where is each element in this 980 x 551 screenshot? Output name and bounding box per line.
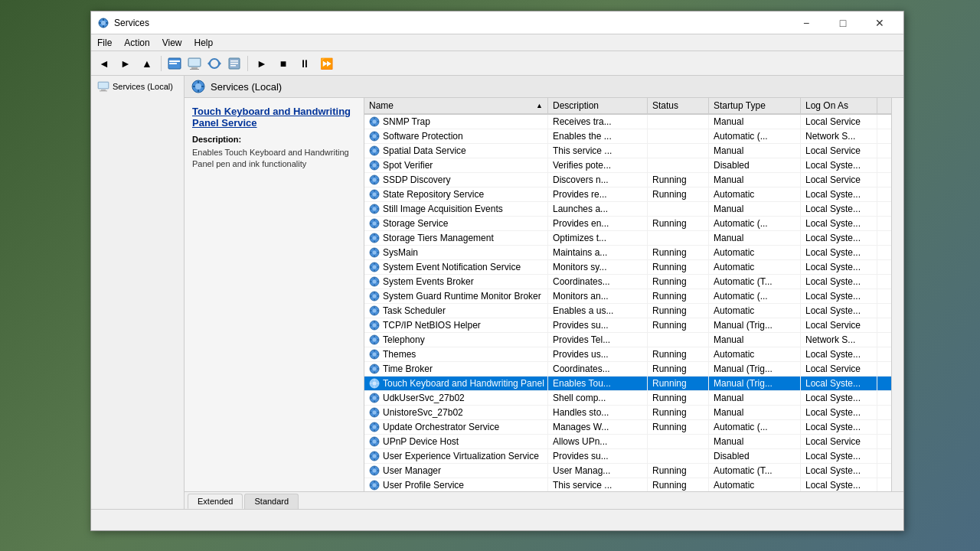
table-row[interactable]: Spatial Data ServiceThis service ...Manu… xyxy=(364,144,891,158)
svg-rect-94 xyxy=(377,266,379,267)
table-row[interactable]: SysMainMaintains a...RunningAutomaticLoc… xyxy=(364,246,891,260)
svg-rect-85 xyxy=(374,249,374,250)
table-row[interactable]: TCP/IP NetBIOS HelperProvides su...Runni… xyxy=(364,318,891,333)
table-row[interactable]: Update Orchestrator ServiceManages W...R… xyxy=(364,420,891,435)
service-icon xyxy=(369,291,380,302)
svg-rect-73 xyxy=(374,220,374,221)
menu-file[interactable]: File xyxy=(91,34,118,51)
back-button[interactable]: ◄ xyxy=(94,54,114,73)
table-row[interactable]: TelephonyProvides Tel...ManualNetwork S.… xyxy=(364,333,891,347)
export-button[interactable] xyxy=(225,54,243,73)
table-row[interactable]: UnistoreSvc_27b02Handles sto...RunningMa… xyxy=(364,406,891,420)
services-header-icon xyxy=(191,79,206,94)
svg-rect-97 xyxy=(374,278,374,279)
table-row[interactable]: User Profile ServiceThis service ...Runn… xyxy=(364,478,891,491)
svg-point-42 xyxy=(373,149,377,153)
table-row[interactable]: SSDP DiscoveryDiscovers n...RunningManua… xyxy=(364,173,891,187)
svg-rect-170 xyxy=(374,459,374,461)
cell-logon: Local Service xyxy=(801,362,877,376)
svg-rect-5 xyxy=(106,22,108,24)
svg-rect-12 xyxy=(190,69,199,70)
stop-button[interactable]: ■ xyxy=(273,54,293,73)
cell-status xyxy=(648,449,709,463)
nav-item-services-local[interactable]: Services (Local) xyxy=(94,79,181,94)
cell-status: Running xyxy=(648,377,709,390)
svg-point-1 xyxy=(101,21,106,25)
table-row[interactable]: Spot VerifierVerifies pote...DisabledLoc… xyxy=(364,158,891,173)
up-button[interactable]: ▲ xyxy=(137,54,157,73)
table-row[interactable]: System Guard Runtime Monitor BrokerMonit… xyxy=(364,289,891,304)
col-header-logon[interactable]: Log On As xyxy=(801,98,877,113)
col-header-name[interactable]: Name ▲ xyxy=(364,98,548,113)
table-row[interactable]: SNMP TrapReceives tra...ManualLocal Serv… xyxy=(364,115,891,129)
play-button[interactable]: ► xyxy=(252,54,272,73)
cell-name-text: State Repository Service xyxy=(383,189,484,200)
table-row[interactable]: Touch Keyboard and Handwriting Panel Ser… xyxy=(364,377,891,391)
svg-point-180 xyxy=(373,484,377,487)
status-bar xyxy=(91,509,903,530)
table-row[interactable]: System Events BrokerCoordinates...Runnin… xyxy=(364,275,891,289)
svg-rect-17 xyxy=(230,63,238,64)
services-split: Touch Keyboard and Handwriting Panel Ser… xyxy=(185,98,903,491)
selected-service-name[interactable]: Touch Keyboard and Handwriting Panel Ser… xyxy=(192,106,356,129)
cell-name-text: UnistoreSvc_27b02 xyxy=(383,407,463,418)
svg-rect-152 xyxy=(374,416,374,417)
table-row[interactable]: UdkUserSvc_27b02Shell comp...RunningManu… xyxy=(364,391,891,406)
table-row[interactable]: ThemesProvides us...RunningAutomaticLoca… xyxy=(364,347,891,362)
tab-extended[interactable]: Extended xyxy=(188,494,243,509)
pause-button[interactable]: ⏸ xyxy=(295,54,315,73)
table-row[interactable]: Time BrokerCoordinates...RunningManual (… xyxy=(364,362,891,377)
cell-startup: Manual (Trig... xyxy=(709,377,801,390)
table-row[interactable]: Still Image Acquisition EventsLaunches a… xyxy=(364,202,891,217)
table-row[interactable]: System Event Notification ServiceMonitor… xyxy=(364,260,891,275)
cell-desc: Coordinates... xyxy=(548,275,648,289)
col-header-description[interactable]: Description xyxy=(548,98,648,113)
cell-name: Themes xyxy=(364,347,548,361)
table-area: Name ▲ Description Status Startup Type L… xyxy=(364,98,891,491)
svg-rect-79 xyxy=(374,234,374,236)
cell-name-text: User Manager xyxy=(383,465,441,476)
svg-point-144 xyxy=(373,396,377,400)
scrollbar[interactable] xyxy=(891,98,903,491)
svg-rect-34 xyxy=(377,121,379,122)
maximize-button[interactable]: □ xyxy=(825,11,861,34)
toolbar-sep-2 xyxy=(247,56,248,71)
table-row[interactable]: User Experience Virtualization ServicePr… xyxy=(364,449,891,464)
service-icon xyxy=(369,218,380,229)
menu-help[interactable]: Help xyxy=(188,34,220,51)
restart-button[interactable]: ⏩ xyxy=(316,54,336,73)
svg-rect-177 xyxy=(371,470,372,471)
svg-rect-21 xyxy=(101,90,106,91)
show-hide-console-button[interactable] xyxy=(165,54,184,73)
cell-logon: Local Syste... xyxy=(801,260,877,274)
svg-rect-91 xyxy=(374,263,374,265)
col-header-status[interactable]: Status xyxy=(648,98,709,113)
svg-rect-63 xyxy=(371,194,372,194)
computer-button[interactable] xyxy=(185,54,204,73)
cell-name: SysMain xyxy=(364,246,548,259)
svg-rect-163 xyxy=(374,438,374,439)
table-row[interactable]: User ManagerUser Manag...RunningAutomati… xyxy=(364,464,891,478)
close-button[interactable]: ✕ xyxy=(862,11,897,34)
forward-button[interactable]: ► xyxy=(116,54,136,73)
svg-point-36 xyxy=(373,135,377,139)
table-row[interactable]: Task SchedulerEnables a us...RunningAuto… xyxy=(364,304,891,318)
svg-rect-127 xyxy=(374,350,374,352)
cell-status xyxy=(648,231,709,245)
table-row[interactable]: State Repository ServiceProvides re...Ru… xyxy=(364,187,891,202)
menu-action[interactable]: Action xyxy=(118,34,155,51)
cell-logon: Local Syste... xyxy=(801,377,877,390)
minimize-button[interactable]: − xyxy=(789,11,824,34)
svg-rect-142 xyxy=(377,383,379,383)
service-icon xyxy=(369,422,380,432)
table-row[interactable]: Storage ServiceProvides en...RunningAuto… xyxy=(364,217,891,231)
svg-point-162 xyxy=(373,440,377,444)
col-header-startup[interactable]: Startup Type xyxy=(709,98,801,113)
tab-standard[interactable]: Standard xyxy=(244,494,299,509)
table-row[interactable]: Storage Tiers ManagementOptimizes t...Ma… xyxy=(364,231,891,246)
refresh-button[interactable] xyxy=(205,54,224,73)
table-row[interactable]: UPnP Device HostAllows UPn...ManualLocal… xyxy=(364,435,891,449)
menu-view[interactable]: View xyxy=(156,34,188,51)
cell-name-text: SysMain xyxy=(383,247,418,258)
table-row[interactable]: Software ProtectionEnables the ...Automa… xyxy=(364,129,891,144)
